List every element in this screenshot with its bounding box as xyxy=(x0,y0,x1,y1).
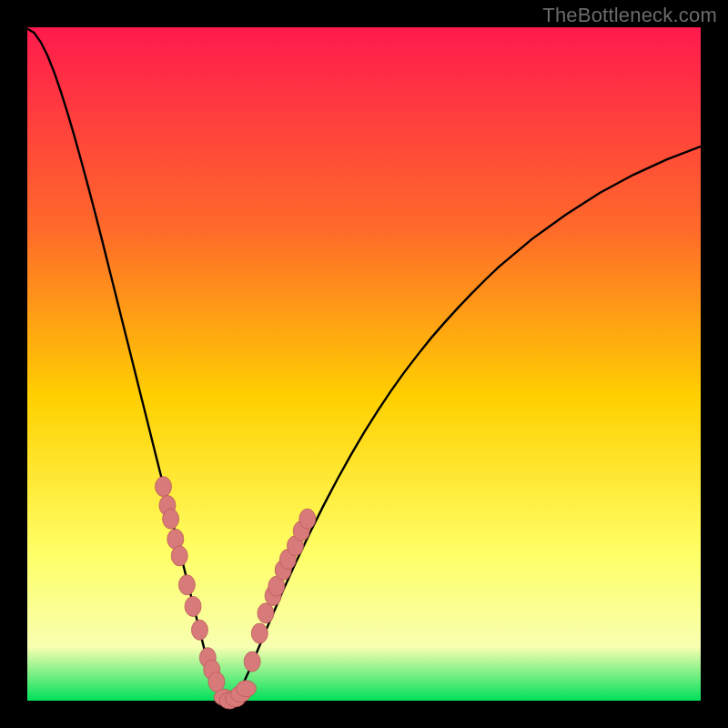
data-marker xyxy=(258,603,274,623)
data-marker xyxy=(299,509,316,529)
data-marker xyxy=(237,681,257,697)
data-marker xyxy=(171,546,187,566)
data-marker xyxy=(208,672,225,692)
data-marker xyxy=(185,596,201,616)
data-marker xyxy=(155,477,171,497)
plot-background xyxy=(27,27,701,701)
watermark-text: TheBottleneck.com xyxy=(542,4,717,27)
chart-svg xyxy=(0,0,728,728)
data-marker xyxy=(163,509,179,529)
data-marker xyxy=(178,575,195,595)
data-marker xyxy=(191,620,207,640)
chart-container: TheBottleneck.com xyxy=(0,0,728,728)
data-marker xyxy=(244,652,260,672)
data-marker xyxy=(251,623,268,643)
